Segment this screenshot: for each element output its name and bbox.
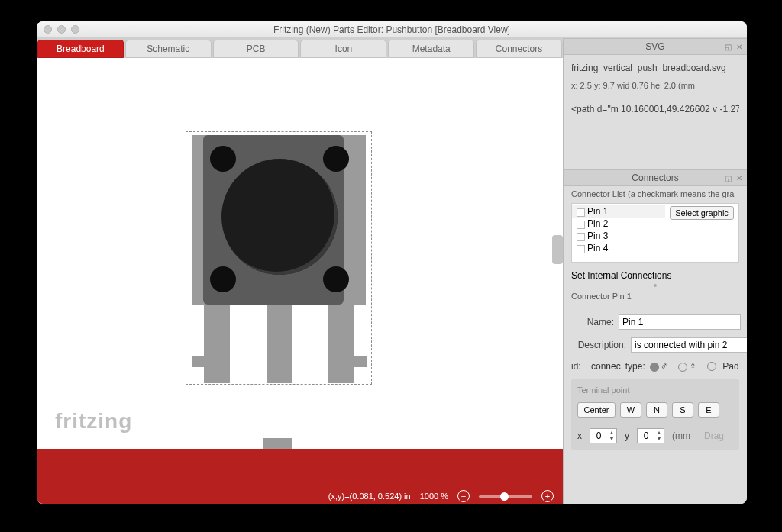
x-stepper[interactable]: ▲▼ [590,428,617,443]
svg-panel-title: SVG [645,41,664,52]
svg-properties: x: 2.5 y: 9.7 wid 0.76 hei 2.0 (mm [571,81,739,90]
maximize-icon[interactable] [71,25,79,34]
id-label: id: [571,361,586,372]
connector-item-pin2[interactable]: Pin 2 [572,218,665,230]
ruler-stub [263,438,292,449]
y-stepper[interactable]: ▲▼ [637,428,664,443]
x-step-down-icon[interactable]: ▼ [607,436,616,442]
pushbutton-leg [267,305,292,383]
anchor-s-button[interactable]: S [672,402,693,418]
y-input[interactable] [638,430,654,441]
pad-label: Pad [722,361,738,372]
type-pad-radio[interactable] [707,361,718,372]
window-controls [44,25,79,34]
select-graphic-button[interactable]: Select graphic [670,206,734,220]
tab-breadboard[interactable]: Breadboard [37,40,124,58]
drag-label[interactable]: Drag [704,430,724,441]
connector-item-pin4[interactable]: Pin 4 [572,242,665,254]
close-icon[interactable]: ✕ [736,174,742,182]
tab-pcb[interactable]: PCB [213,40,299,58]
canvas[interactable]: fritzing (x,y)=(0.081, 0.524) in 1000 % … [37,58,563,504]
connector-section-title: Connector Pin 1 [564,287,747,307]
zoom-in-button[interactable]: + [541,490,554,502]
x-step-up-icon[interactable]: ▲ [607,430,616,436]
titlebar: Fritzing (New) Parts Editor: Pushbutton … [37,21,747,38]
minimize-icon[interactable] [57,25,66,34]
description-label: Description: [571,340,626,350]
pushbutton-leg [204,305,230,383]
pushbutton-corner [323,266,349,292]
connectors-panel-header: Connectors ◱✕ [564,169,747,186]
x-label: x [577,430,582,441]
name-label: Name: [571,317,614,327]
view-tabs: Breadboard Schematic PCB Icon Metadata C… [37,38,563,58]
y-step-up-icon[interactable]: ▲ [654,430,664,436]
zoom-slider-thumb[interactable] [500,492,509,501]
pushbutton-foot [354,356,367,367]
zoom-slider[interactable] [479,495,532,498]
connectors-panel: Connector List (a checkmark means the gr… [564,186,747,504]
undock-icon[interactable]: ◱ [725,43,732,51]
connectors-panel-title: Connectors [632,172,678,183]
pushbutton-corner [323,146,349,172]
connector-list: Pin 1 Pin 2 Pin 3 Pin 4 Select graphic [571,203,739,263]
component-selection[interactable] [186,131,372,385]
connector-item-pin1[interactable]: Pin 1 [572,205,665,218]
undock-icon[interactable]: ◱ [725,174,732,182]
fritzing-watermark: fritzing [55,409,132,434]
zoom-out-button[interactable]: − [457,490,470,502]
pushbutton-foot [192,356,204,367]
tab-icon[interactable]: Icon [300,40,386,58]
main-editor: Breadboard Schematic PCB Icon Metadata C… [37,38,564,504]
pushbutton-corner [210,266,236,292]
y-step-down-icon[interactable]: ▼ [654,436,664,442]
tab-metadata[interactable]: Metadata [388,40,474,58]
vertical-scrollbar[interactable] [552,235,563,264]
id-value: connec [591,361,621,372]
canvas-bottom-band: (x,y)=(0.081, 0.524) in 1000 % − + [37,449,563,504]
close-icon[interactable] [44,25,52,34]
close-icon[interactable]: ✕ [736,43,742,51]
svg-filename: fritzing_vertical_push_breadboard.svg [571,63,739,73]
description-input[interactable] [631,337,747,353]
name-input[interactable] [619,314,741,330]
clear-name-icon[interactable]: ✕ [745,317,747,327]
anchor-w-button[interactable]: W [620,402,641,418]
zoom-value: 1000 % [420,492,448,501]
y-label: y [625,430,629,441]
pushbutton-leg [328,305,354,383]
tab-schematic[interactable]: Schematic [125,40,212,58]
inspector-panels: SVG ◱✕ fritzing_vertical_push_breadboard… [564,38,747,504]
terminal-point-title: Terminal point [577,385,733,395]
tab-connectors[interactable]: Connectors [476,40,562,58]
type-label: type: [625,361,645,372]
window-title: Fritzing (New) Parts Editor: Pushbutton … [37,24,747,35]
app-window: Fritzing (New) Parts Editor: Pushbutton … [37,21,747,504]
svg-panel-header: SVG ◱✕ [564,38,747,55]
type-male-radio[interactable]: ♂ [650,360,674,372]
svg-path-snippet: <path d="m 10.160001,49.426602 v -1.27" … [571,104,739,114]
connector-list-hint: Connector List (a checkmark means the gr… [564,186,747,203]
pushbutton-dome [221,159,338,275]
connector-item-pin3[interactable]: Pin 3 [572,230,665,242]
terminal-point-group: Terminal point Center W N S E x ▲▼ y [571,379,739,450]
pushbutton-corner [210,146,236,172]
status-bar: (x,y)=(0.081, 0.524) in 1000 % − + [37,488,563,504]
connector-form: Name: ✕ Description: id: connec type: ♂ … [564,307,747,457]
x-input[interactable] [590,430,607,441]
anchor-n-button[interactable]: N [646,402,667,418]
cursor-coords: (x,y)=(0.081, 0.524) in [328,492,411,501]
svg-panel: fritzing_vertical_push_breadboard.svg x:… [564,55,747,169]
anchor-e-button[interactable]: E [698,402,719,418]
type-female-radio[interactable]: ♀ [678,360,703,372]
unit-label: (mm [672,430,690,441]
anchor-center-button[interactable]: Center [577,402,616,418]
